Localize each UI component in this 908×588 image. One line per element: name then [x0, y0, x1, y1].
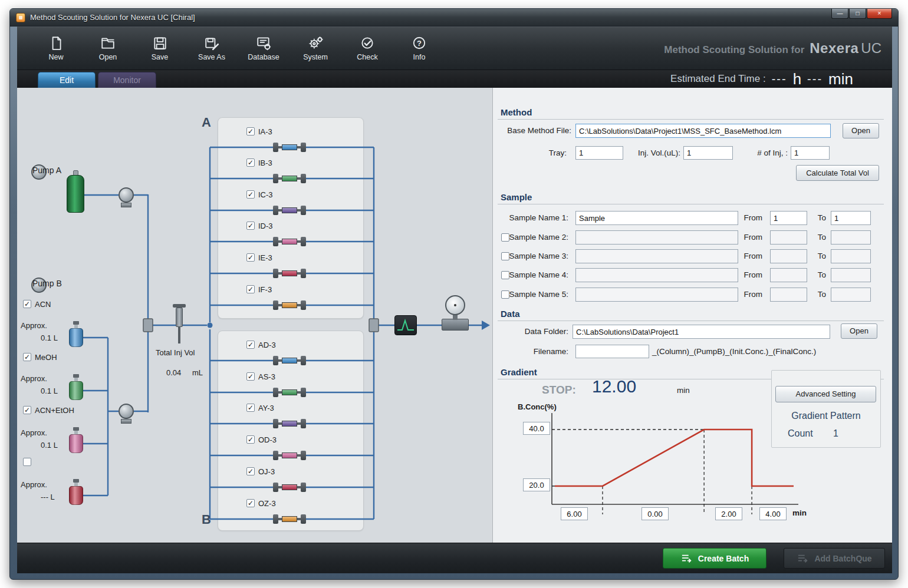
sample-name-input-2[interactable] [575, 230, 738, 245]
column-label-IB-3: IB-3 [258, 158, 272, 167]
gradient-x1-input[interactable] [561, 507, 588, 520]
column-label-AD-3: AD-3 [258, 341, 276, 349]
sample-to-label-1: To [804, 213, 826, 222]
toolbar-check-button[interactable]: Check [341, 30, 393, 67]
minimize-button[interactable]: — [831, 9, 848, 19]
num-inj-input[interactable] [791, 146, 830, 160]
end-time-hours-unit: h [793, 70, 801, 88]
data-folder-input[interactable] [573, 325, 830, 339]
sample-from-label-2: From [728, 233, 762, 242]
pump-b-label: Pump B [31, 278, 47, 293]
maximize-button[interactable]: □ [849, 9, 866, 19]
sample-name-input-4[interactable] [575, 268, 738, 282]
column-checkbox-ID-3[interactable]: ✓ [246, 222, 255, 230]
solvent-checkbox-4[interactable] [23, 458, 31, 466]
gradient-x2-input[interactable] [641, 507, 669, 520]
tray-input[interactable] [575, 146, 623, 160]
sample-to-input-1[interactable] [831, 211, 871, 225]
create-batch-button[interactable]: Create Batch [663, 548, 766, 569]
column-endcap-right [301, 237, 306, 246]
column-checkbox-IF-3[interactable]: ✓ [246, 285, 255, 293]
column-label-AY-3: AY-3 [258, 404, 274, 412]
close-button[interactable]: × [867, 9, 892, 19]
column-endcap-right [301, 451, 306, 460]
sample-to-input-5[interactable] [831, 288, 871, 302]
sample-name-label-3: Sample Name 3: [493, 252, 568, 260]
toolbar-system-label: System [303, 53, 328, 61]
sample-name-input-5[interactable] [575, 288, 738, 302]
column-checkbox-IC-3[interactable]: ✓ [246, 190, 255, 199]
toolbar-system-button[interactable]: System [289, 30, 341, 67]
toolbar-save-button[interactable]: Save [134, 30, 186, 67]
column-label-IE-3: IE-3 [258, 253, 272, 262]
tab-monitor[interactable]: Monitor [98, 72, 156, 88]
sample-name-input-3[interactable] [575, 249, 738, 263]
solvent-checkbox-3[interactable]: ✓ [23, 406, 31, 414]
column-checkbox-AS-3[interactable]: ✓ [246, 372, 255, 381]
solvent-volume-label-2: 0.1 L [41, 387, 58, 395]
sample-to-input-2[interactable] [831, 230, 871, 245]
add-batchque-button[interactable]: Add BatchQue [784, 548, 885, 569]
brand-text: Method Scouting Solution for Nexera UC [664, 40, 892, 57]
toolbar-new-button[interactable]: New [30, 30, 82, 67]
column-checkbox-AD-3[interactable]: ✓ [246, 341, 255, 349]
column-band [282, 452, 297, 458]
sample-name-input-1[interactable] [575, 211, 738, 225]
column-checkbox-IB-3[interactable]: ✓ [246, 158, 255, 167]
title-bar: Method Scouting Solution for Nexera UC [… [10, 9, 898, 27]
column-band [282, 270, 297, 276]
calculate-total-vol-button[interactable]: Calculate Total Vol [796, 165, 879, 181]
column-band [282, 421, 297, 427]
sample-from-input-4[interactable] [770, 268, 807, 282]
column-endcap-left [273, 483, 278, 492]
solvent-volume-label-1: 0.1 L [41, 333, 58, 342]
bottle-body [69, 434, 83, 453]
base-method-open-button[interactable]: Open [843, 123, 879, 138]
pressure-gauge-needle [454, 304, 456, 306]
sample-to-input-4[interactable] [831, 268, 871, 282]
data-folder-open-button[interactable]: Open [841, 323, 877, 339]
save-as-icon [204, 35, 219, 51]
column-checkbox-IE-3[interactable]: ✓ [246, 253, 255, 262]
sample-from-input-2[interactable] [770, 230, 807, 245]
column-checkbox-AY-3[interactable]: ✓ [246, 404, 255, 412]
sample-from-label-5: From [728, 290, 762, 299]
gradient-x3-input[interactable] [715, 507, 742, 520]
toolbar-info-button[interactable]: ? Info [393, 30, 445, 67]
column-band [282, 302, 297, 308]
column-checkbox-IA-3[interactable]: ✓ [246, 127, 255, 136]
end-time-minutes: --- [807, 72, 823, 86]
sample-to-label-5: To [804, 290, 826, 299]
toolbar-save-label: Save [152, 53, 169, 61]
column-label-AS-3: AS-3 [258, 372, 275, 381]
tab-edit[interactable]: Edit [38, 72, 96, 88]
b-conc-axis-label: B.Conc(%) [518, 402, 557, 411]
column-endcap-left [273, 174, 278, 183]
column-endcap-left [273, 419, 278, 428]
gradient-x4-input[interactable] [759, 507, 787, 520]
sample-from-input-1[interactable] [770, 211, 807, 225]
sample-from-input-3[interactable] [770, 249, 807, 263]
column-label-OZ-3: OZ-3 [258, 499, 276, 508]
column-checkbox-OZ-3[interactable]: ✓ [246, 499, 255, 507]
solvent-checkbox-2[interactable]: ✓ [23, 353, 31, 361]
brand-name: Nexera [810, 40, 858, 57]
toolbar-save-as-button[interactable]: Save As [186, 30, 238, 67]
inj-vol-label: Inj. Vol.(uL): [627, 148, 680, 157]
inj-vol-input[interactable] [683, 146, 733, 160]
solvent-checkbox-1[interactable]: ✓ [23, 300, 31, 308]
injector-body [176, 308, 183, 327]
column-endcap-right [301, 300, 306, 310]
column-checkbox-OD-3[interactable]: ✓ [246, 435, 255, 444]
filename-input[interactable] [575, 345, 649, 358]
sample-from-input-5[interactable] [770, 288, 807, 302]
sample-to-input-3[interactable] [831, 249, 871, 263]
toolbar-database-button[interactable]: Database [238, 30, 289, 67]
toolbar-open-button[interactable]: Open [82, 30, 134, 67]
data-folder-label: Data Folder: [493, 327, 568, 336]
column-endcap-left [273, 269, 278, 278]
data-section-title: Data [501, 309, 520, 319]
column-checkbox-OJ-3[interactable]: ✓ [246, 467, 255, 475]
advanced-setting-button[interactable]: Advanced Setting [775, 386, 876, 402]
base-method-file-input[interactable] [575, 124, 831, 138]
